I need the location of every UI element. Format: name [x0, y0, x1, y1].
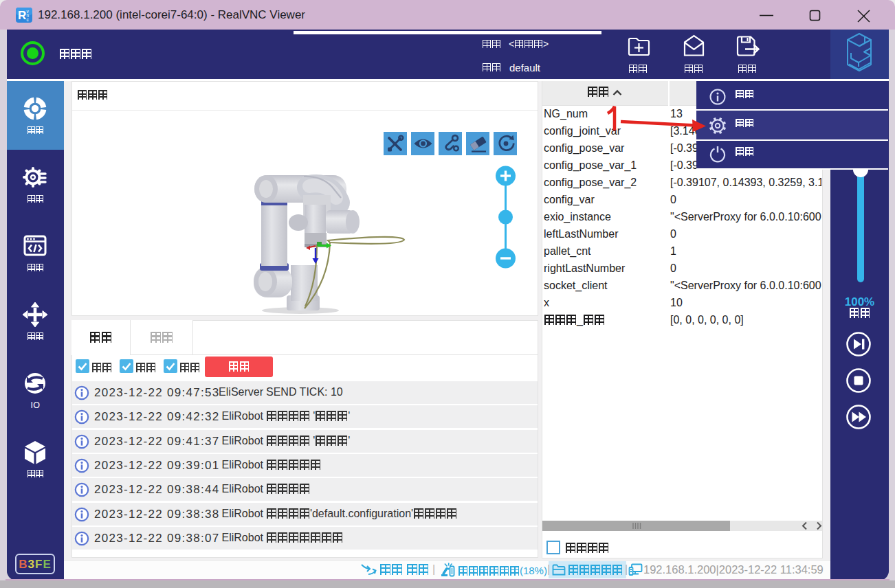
svg-text:R: R: [18, 9, 26, 22]
